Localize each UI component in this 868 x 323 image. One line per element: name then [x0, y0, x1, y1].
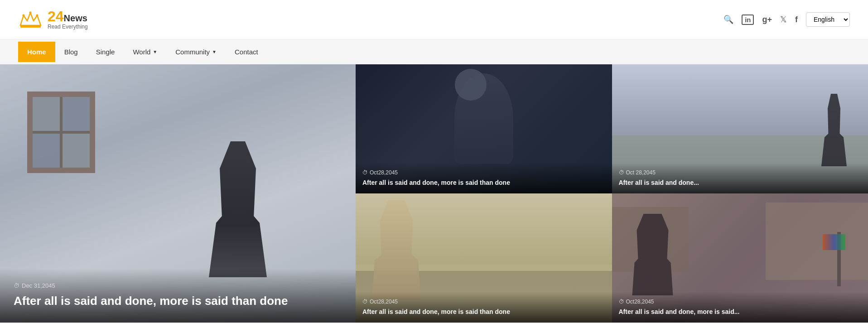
grid-card-2-date: ⏱ Oct 28,2045: [619, 169, 862, 176]
linkedin-icon[interactable]: in: [742, 14, 754, 25]
nav-item-community[interactable]: Community ▼: [166, 42, 226, 62]
grid-card-2[interactable]: ⏱ Oct 28,2045 After all is said and done…: [612, 64, 868, 193]
grid-card-3-date: ⏱ Oct28,2045: [362, 299, 605, 305]
header-right: 🔍 in g+ 𝕏 f English Spanish French Arabi…: [723, 12, 850, 27]
nav-item-blog[interactable]: Blog: [55, 42, 87, 62]
site-header: 24 News Read Everything 🔍 in g+ 𝕏 f Engl…: [0, 0, 868, 39]
logo-name: News: [64, 14, 87, 23]
nav-item-world[interactable]: World ▼: [124, 42, 166, 62]
facebook-icon[interactable]: f: [795, 15, 798, 24]
grid-card-2-overlay: ⏱ Oct 28,2045 After all is said and done…: [612, 163, 868, 193]
grid-card-1-overlay: ⏱ Oct28,2045 After all is said and done,…: [356, 163, 612, 193]
svg-rect-1: [20, 25, 41, 28]
grid-card-4-title: After all is said and done, more is said…: [619, 308, 862, 316]
clock-icon: ⏱: [619, 169, 624, 176]
svg-point-3: [29, 11, 32, 14]
grid-card-3-title: After all is said and done, more is said…: [362, 308, 605, 316]
grid-card-1-date: ⏱ Oct28,2045: [362, 169, 605, 176]
grid-card-4-date: ⏱ Oct28,2045: [619, 299, 862, 305]
logo[interactable]: 24 News Read Everything: [18, 7, 88, 32]
clock-icon: ⏱: [14, 282, 19, 289]
svg-point-2: [23, 14, 25, 16]
hero-main-card[interactable]: ⏱ Dec 31,2045 After all is said and done…: [0, 64, 356, 323]
grid-card-3-overlay: ⏱ Oct28,2045 After all is said and done,…: [356, 292, 612, 323]
grid-card-2-title: After all is said and done...: [619, 178, 862, 187]
clock-icon: ⏱: [362, 299, 368, 305]
logo-icon: [18, 7, 43, 32]
twitter-icon[interactable]: 𝕏: [780, 14, 787, 24]
grid-card-4[interactable]: ⏱ Oct28,2045 After all is said and done,…: [612, 193, 868, 323]
hero-grid: ⏱ Oct28,2045 After all is said and done,…: [356, 64, 868, 323]
grid-card-1-title: After all is said and done, more is said…: [362, 178, 605, 187]
google-plus-icon[interactable]: g+: [762, 15, 772, 24]
language-select[interactable]: English Spanish French Arabic: [806, 12, 850, 27]
logo-tagline: Read Everything: [48, 24, 88, 30]
nav-item-home[interactable]: Home: [18, 42, 55, 62]
grid-card-4-overlay: ⏱ Oct28,2045 After all is said and done,…: [612, 292, 868, 323]
clock-icon: ⏱: [619, 299, 624, 305]
hero-section: ⏱ Dec 31,2045 After all is said and done…: [0, 64, 868, 323]
chevron-down-icon: ▼: [212, 49, 217, 54]
chevron-down-icon: ▼: [153, 49, 157, 54]
clock-icon: ⏱: [362, 169, 368, 176]
search-icon[interactable]: 🔍: [723, 14, 733, 24]
hero-main-title: After all is said and done, more is said…: [14, 294, 342, 309]
logo-number: 24: [48, 9, 64, 24]
hero-main-date: ⏱ Dec 31,2045: [14, 282, 342, 289]
grid-card-1[interactable]: ⏱ Oct28,2045 After all is said and done,…: [356, 64, 612, 193]
main-nav: Home Blog Single World ▼ Community ▼ Con…: [0, 39, 868, 64]
hero-main-overlay: ⏱ Dec 31,2045 After all is said and done…: [0, 269, 356, 323]
grid-card-3[interactable]: ⏱ Oct28,2045 After all is said and done,…: [356, 193, 612, 323]
nav-item-single[interactable]: Single: [87, 42, 124, 62]
nav-item-contact[interactable]: Contact: [226, 42, 267, 62]
svg-point-4: [36, 14, 39, 16]
